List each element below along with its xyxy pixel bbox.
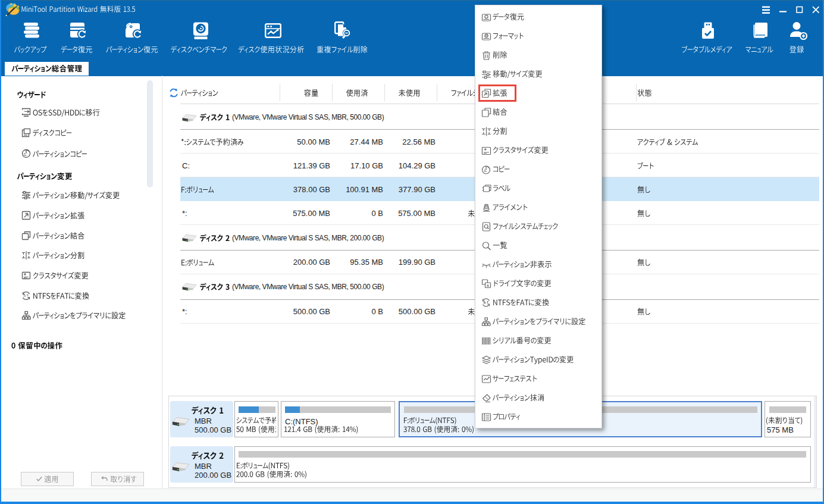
svg-text:F: F — [27, 293, 29, 297]
svg-text:N: N — [24, 294, 26, 298]
